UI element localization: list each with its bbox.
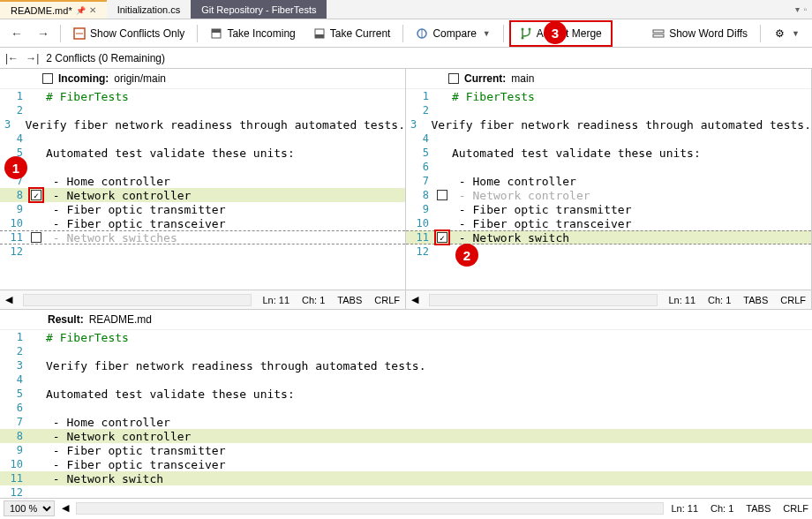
scroll-left-icon[interactable]: ◀	[5, 294, 12, 305]
checkbox-highlight	[28, 187, 44, 203]
conflict-checkbox[interactable]	[437, 232, 447, 243]
code-line[interactable]: 9 - Fiber optic transmitter	[406, 202, 811, 216]
horizontal-scrollbar[interactable]	[76, 502, 664, 515]
code-line[interactable]: 9 - Fiber optic transmitter	[0, 202, 405, 216]
current-header: Current: main	[406, 69, 811, 89]
horizontal-scrollbar[interactable]	[429, 294, 658, 306]
code-line[interactable]: 2	[0, 103, 405, 117]
crlf-indicator: CRLF	[374, 295, 400, 305]
svg-rect-5	[315, 34, 324, 38]
button-label: Take Incoming	[227, 27, 295, 40]
code-line[interactable]: 10 - Fiber optic transceiver	[0, 216, 405, 230]
window-indicator-icon[interactable]: ▫	[803, 4, 807, 14]
code-line[interactable]: 6	[0, 401, 812, 415]
code-line[interactable]: 4	[0, 132, 405, 146]
take-incoming-button[interactable]: Take Incoming	[203, 24, 302, 43]
conflict-checkbox[interactable]	[437, 190, 447, 200]
code-line[interactable]: 5Automated test validate these units:	[0, 146, 405, 160]
code-line[interactable]: 12	[0, 244, 405, 259]
button-label: Compare	[432, 27, 476, 40]
merge-panes: Incoming: origin/main 1# FiberTests23Ver…	[0, 69, 812, 290]
pane-branch: origin/main	[114, 72, 166, 85]
conflict-count-label: 2 Conflicts (0 Remaining)	[46, 52, 165, 64]
code-line[interactable]: 4	[0, 372, 812, 387]
settings-button[interactable]: ⚙ ▼	[766, 24, 807, 43]
code-line[interactable]: 11 - Network switches	[0, 230, 405, 244]
line-content: - Network controler	[450, 189, 811, 202]
take-current-button[interactable]: Take Current	[306, 24, 398, 43]
back-button[interactable]: ←	[5, 23, 28, 44]
chevron-down-icon[interactable]: ▾	[795, 4, 800, 14]
line-content: Automated test validate these units:	[44, 387, 812, 401]
code-line[interactable]: 1# FiberTests	[0, 89, 405, 103]
code-line[interactable]: 6	[0, 160, 405, 174]
code-line[interactable]: 10 - Fiber optic transceiver	[406, 216, 811, 230]
line-number: 1	[406, 90, 434, 102]
code-line[interactable]: 3Verify fiber network readiness through …	[0, 358, 812, 372]
conflict-bar: |← →| 2 Conflicts (0 Remaining)	[0, 48, 812, 69]
code-line[interactable]: 8 - Network controler	[406, 188, 811, 202]
line-gutter	[28, 187, 44, 203]
line-content: # FiberTests	[44, 331, 812, 344]
code-line[interactable]: 3Verify fiber network readiness through …	[406, 117, 811, 132]
close-icon[interactable]: ✕	[89, 5, 96, 15]
line-content: Verify fiber network readiness through a…	[430, 118, 811, 132]
merge-icon	[520, 27, 532, 40]
incoming-code[interactable]: 1# FiberTests23Verify fiber network read…	[0, 89, 405, 290]
code-line[interactable]: 7 - Home controller	[0, 415, 812, 429]
compare-button[interactable]: Compare ▼	[409, 24, 497, 43]
scroll-left-icon[interactable]: ◀	[62, 502, 69, 514]
code-line[interactable]: 1# FiberTests	[0, 330, 812, 344]
line-content: - Network switches	[44, 231, 405, 244]
line-number: 12	[0, 245, 28, 258]
result-code[interactable]: 1# FiberTests23Verify fiber network read…	[0, 330, 812, 498]
line-number: 8	[0, 189, 28, 201]
code-line[interactable]: 6	[406, 160, 811, 174]
line-number: 3	[406, 118, 422, 131]
code-line[interactable]: 10 - Fiber optic transceiver	[0, 457, 812, 471]
tab-git-repo[interactable]: Git Repository - FiberTests	[191, 0, 327, 19]
incoming-status: ◀ Ln: 11 Ch: 1 TABS CRLF	[0, 290, 406, 309]
conflicts-icon	[73, 27, 86, 40]
code-line[interactable]: 1# FiberTests	[406, 89, 811, 103]
pane-icon	[448, 73, 459, 84]
pin-icon[interactable]: 📌	[76, 6, 86, 15]
code-line[interactable]: 11 - Network switch	[0, 471, 812, 485]
show-conflicts-button[interactable]: Show Conflicts Only	[66, 24, 192, 43]
code-line[interactable]: 8 - Network controller	[0, 188, 405, 202]
code-line[interactable]: 3Verify fiber network readiness through …	[0, 117, 405, 132]
line-indicator: Ln: 11	[671, 503, 698, 514]
line-content: Verify fiber network readiness through a…	[44, 359, 812, 372]
tab-label: Initialization.cs	[117, 4, 181, 15]
next-conflict-button[interactable]: →|	[26, 52, 39, 64]
tab-readme[interactable]: README.md* 📌 ✕	[0, 0, 107, 19]
checkbox-highlight	[434, 229, 450, 245]
scroll-left-icon[interactable]: ◀	[411, 294, 418, 305]
code-line[interactable]: 8 - Network controller	[0, 429, 812, 443]
char-indicator: Ch: 1	[302, 295, 325, 305]
code-line[interactable]: 7 - Home controller	[406, 174, 811, 188]
line-gutter	[28, 232, 44, 243]
line-content: - Network switch	[44, 472, 812, 485]
line-content: - Fiber optic transmitter	[44, 203, 405, 216]
code-line[interactable]: 2	[0, 344, 812, 358]
line-content: - Home controller	[44, 416, 812, 429]
code-line[interactable]: 2	[406, 103, 811, 117]
horizontal-scrollbar[interactable]	[23, 294, 252, 306]
code-line[interactable]: 5Automated test validate these units:	[406, 146, 811, 160]
line-number: 2	[0, 104, 28, 117]
svg-rect-11	[653, 30, 664, 33]
show-word-diffs-button[interactable]: Show Word Diffs	[645, 24, 755, 43]
prev-conflict-button[interactable]: |←	[5, 52, 19, 64]
code-line[interactable]: 9 - Fiber optic transmitter	[0, 443, 812, 457]
code-line[interactable]: 5Automated test validate these units:	[0, 387, 812, 401]
conflict-checkbox[interactable]	[31, 190, 41, 200]
code-line[interactable]: 7 - Home controller	[0, 174, 405, 188]
code-line[interactable]: 4	[406, 132, 811, 146]
zoom-select[interactable]: 100 %	[4, 500, 55, 516]
conflict-checkbox[interactable]	[31, 232, 41, 243]
tab-initialization[interactable]: Initialization.cs	[107, 0, 192, 19]
code-line[interactable]: 11 - Network switch	[406, 230, 811, 244]
code-line[interactable]: 12	[0, 485, 812, 498]
forward-button[interactable]: →	[32, 23, 55, 44]
